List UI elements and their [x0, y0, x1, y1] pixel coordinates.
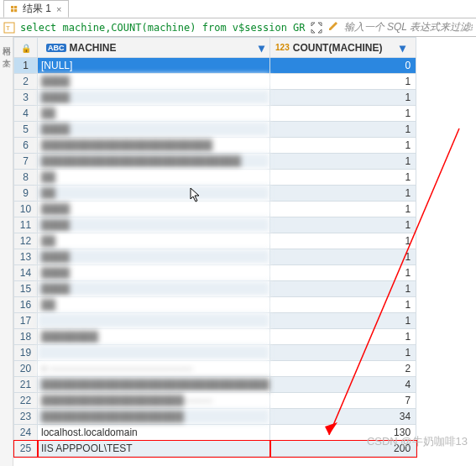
tab-results-1[interactable]: 结果 1 ×	[3, 0, 69, 18]
cell-machine[interactable]: ████	[38, 90, 270, 106]
cell-count[interactable]: 1	[270, 138, 416, 154]
table-row[interactable]: 8██1	[14, 170, 416, 186]
cell-machine[interactable]: ████	[38, 202, 270, 217]
table-row[interactable]: 15████1	[14, 281, 416, 297]
table-row[interactable]: 13████1	[14, 249, 416, 265]
row-number[interactable]: 9	[14, 186, 38, 202]
cell-machine[interactable]: ████	[38, 249, 270, 265]
vtab-text[interactable]: 文本	[0, 49, 12, 52]
table-row[interactable]: 9██1	[14, 186, 416, 202]
pencil-icon[interactable]	[327, 20, 339, 34]
cell-count[interactable]: 7	[270, 393, 416, 409]
cell-machine[interactable]: localhost.localdomain	[38, 425, 270, 441]
row-number[interactable]: 8	[14, 170, 38, 186]
row-number[interactable]: 25	[14, 441, 38, 457]
cell-machine[interactable]: ████	[38, 281, 270, 297]
cell-machine[interactable]	[38, 313, 270, 329]
col-header-machine[interactable]: ABC MACHINE ▾	[38, 38, 270, 58]
row-number[interactable]: 22	[14, 393, 38, 409]
cell-count[interactable]: 1	[270, 217, 416, 233]
table-row[interactable]: 20= ────────────────────2	[14, 361, 416, 377]
table-row[interactable]: 191	[14, 345, 416, 361]
cell-machine[interactable]: ████	[38, 122, 270, 138]
cell-machine[interactable]: ████████████████████────	[38, 393, 270, 409]
cell-count[interactable]: 1	[270, 106, 416, 122]
table-row[interactable]: 25IIS APPPOOL\TEST200	[14, 441, 416, 457]
cell-count[interactable]: 1	[270, 345, 416, 361]
row-number[interactable]: 3	[14, 90, 38, 106]
table-row[interactable]: 14████1	[14, 265, 416, 281]
table-row[interactable]: 12██1	[14, 233, 416, 249]
dropdown-icon[interactable]: ▾	[400, 41, 405, 55]
filter-hint[interactable]: 输入一个 SQL 表达式来过滤结果 (使用	[344, 20, 473, 34]
cell-count[interactable]: 1	[270, 233, 416, 249]
cell-machine[interactable]: ████	[38, 265, 270, 281]
cell-machine[interactable]: = ────────────────────	[38, 361, 270, 377]
cell-machine[interactable]: ████	[38, 74, 270, 90]
table-row[interactable]: 24localhost.localdomain130	[14, 425, 416, 441]
cell-machine[interactable]: ██	[38, 106, 270, 122]
close-icon[interactable]: ×	[56, 4, 61, 14]
table-row[interactable]: 23████████████████████34	[14, 409, 416, 425]
table-row[interactable]: 22████████████████████────7	[14, 393, 416, 409]
row-number[interactable]: 21	[14, 377, 38, 393]
table-row[interactable]: 11████1	[14, 217, 416, 233]
cell-machine[interactable]: ██	[38, 170, 270, 186]
cell-machine[interactable]	[38, 345, 270, 361]
cell-machine[interactable]: ██	[38, 297, 270, 313]
row-number[interactable]: 2	[14, 74, 38, 90]
cell-count[interactable]: 1	[270, 122, 416, 138]
cell-machine[interactable]: IIS APPPOOL\TEST	[38, 441, 270, 457]
row-number[interactable]: 1	[14, 58, 38, 74]
row-number[interactable]: 18	[14, 329, 38, 345]
table-row[interactable]: 18████████1	[14, 329, 416, 345]
cell-machine[interactable]: ████████████████████████████████	[38, 377, 270, 393]
cell-count[interactable]: 4	[270, 377, 416, 393]
cell-machine[interactable]: ██	[38, 233, 270, 249]
data-grid[interactable]: 🔒 ABC MACHINE ▾ 123 COUNT(MACHINE)	[13, 37, 476, 466]
table-row[interactable]: 171	[14, 313, 416, 329]
table-row[interactable]: 2████1	[14, 74, 416, 90]
cell-machine[interactable]: ██	[38, 186, 270, 202]
row-number[interactable]: 12	[14, 233, 38, 249]
vtab-grid[interactable]: 网格	[0, 37, 12, 40]
sql-text[interactable]: select machine,COUNT(machine) from v$ses…	[20, 22, 306, 34]
col-header-rownum[interactable]: 🔒	[14, 38, 38, 58]
cell-count[interactable]: 34	[270, 409, 416, 425]
table-row[interactable]: 7████████████████████████████1	[14, 154, 416, 170]
cell-machine[interactable]: ████████████████████	[38, 409, 270, 425]
table-row[interactable]: 10████1	[14, 202, 416, 217]
row-number[interactable]: 17	[14, 313, 38, 329]
table-row[interactable]: 16██1	[14, 297, 416, 313]
cell-machine[interactable]: ████	[38, 217, 270, 233]
table-row[interactable]: 5████1	[14, 122, 416, 138]
row-number[interactable]: 5	[14, 122, 38, 138]
cell-count[interactable]: 0	[270, 58, 416, 74]
table-row[interactable]: 21████████████████████████████████4	[14, 377, 416, 393]
cell-count[interactable]: 1	[270, 297, 416, 313]
cell-count[interactable]: 1	[270, 74, 416, 90]
row-number[interactable]: 19	[14, 345, 38, 361]
row-number[interactable]: 24	[14, 425, 38, 441]
row-number[interactable]: 11	[14, 217, 38, 233]
row-number[interactable]: 14	[14, 265, 38, 281]
cell-machine[interactable]: [NULL]	[38, 58, 270, 74]
row-number[interactable]: 16	[14, 297, 38, 313]
row-number[interactable]: 23	[14, 409, 38, 425]
expand-icon[interactable]	[311, 22, 322, 34]
cell-count[interactable]: 1	[270, 281, 416, 297]
cell-count[interactable]: 1	[270, 265, 416, 281]
col-header-count[interactable]: 123 COUNT(MACHINE) ▾	[270, 38, 416, 58]
table-row[interactable]: 4██1	[14, 106, 416, 122]
table-row[interactable]: 3████1	[14, 90, 416, 106]
cell-count[interactable]: 1	[270, 249, 416, 265]
row-number[interactable]: 10	[14, 202, 38, 217]
cell-count[interactable]: 1	[270, 90, 416, 106]
cell-count[interactable]: 1	[270, 329, 416, 345]
row-number[interactable]: 15	[14, 281, 38, 297]
dropdown-icon[interactable]: ▾	[259, 41, 264, 55]
cell-count[interactable]: 1	[270, 154, 416, 170]
cell-count[interactable]: 2	[270, 361, 416, 377]
row-number[interactable]: 4	[14, 106, 38, 122]
table-row[interactable]: 1[NULL]0	[14, 58, 416, 74]
